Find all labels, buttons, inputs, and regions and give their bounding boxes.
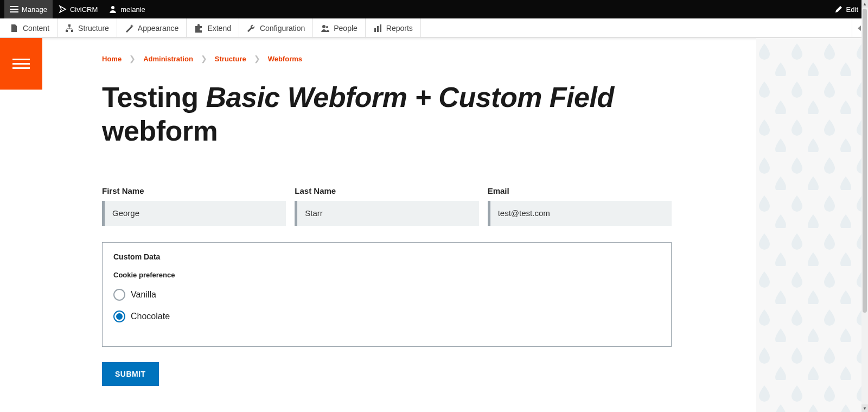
- people-icon: [321, 24, 329, 33]
- bars-icon: [373, 24, 382, 33]
- decorative-pattern: [756, 38, 861, 412]
- chevron-right-icon: ❯: [129, 54, 136, 63]
- email-label: Email: [488, 186, 672, 195]
- radio-vanilla[interactable]: Vanilla: [113, 289, 660, 301]
- hamburger-icon: [12, 56, 30, 72]
- svg-rect-7: [377, 26, 379, 32]
- title-post: webform: [102, 115, 218, 147]
- email-input[interactable]: [490, 201, 672, 226]
- edit-label: Edit: [846, 5, 858, 14]
- scroll-down-icon[interactable]: ▼: [861, 404, 868, 412]
- pencil-icon: [834, 5, 843, 14]
- user-menu[interactable]: melanie: [103, 0, 151, 18]
- chevron-right-icon: ❯: [201, 54, 207, 63]
- svg-rect-6: [374, 28, 376, 32]
- title-em: Basic Webform + Custom Field: [206, 81, 614, 113]
- puzzle-icon: [194, 24, 203, 33]
- menu-extend[interactable]: Extend: [187, 18, 239, 38]
- page-title: Testing Basic Webform + Custom Field web…: [102, 80, 644, 148]
- submit-button[interactable]: SUBMIT: [102, 362, 159, 386]
- user-label: melanie: [120, 5, 145, 14]
- menu-reports-label: Reports: [386, 24, 413, 33]
- menu-reports[interactable]: Reports: [366, 18, 421, 38]
- menu-configuration[interactable]: Configuration: [239, 18, 313, 38]
- custom-data-fieldset: Custom Data Cookie preference Vanilla Ch…: [102, 242, 672, 347]
- page-icon: [10, 24, 18, 33]
- page-content: Home ❯ Administration ❯ Structure ❯ Webf…: [42, 38, 754, 412]
- chevron-right-icon: ❯: [254, 54, 260, 63]
- last-name-input[interactable]: [297, 201, 478, 226]
- radio-icon: [113, 289, 125, 301]
- scroll-thumb[interactable]: [863, 9, 867, 313]
- vertical-scrollbar[interactable]: ▲ ▼: [861, 0, 868, 412]
- email-field: Email: [488, 186, 672, 226]
- wand-icon: [125, 24, 133, 33]
- svg-point-4: [322, 25, 326, 28]
- manage-menu[interactable]: Manage: [4, 0, 53, 18]
- admin-menu: Content Structure Appearance Extend Conf…: [0, 18, 868, 38]
- civicrm-link[interactable]: CiviCRM: [53, 0, 103, 18]
- scroll-up-icon[interactable]: ▲: [861, 0, 868, 8]
- user-icon: [108, 5, 117, 14]
- svg-rect-1: [68, 24, 71, 27]
- breadcrumb-link[interactable]: Administration: [143, 55, 193, 63]
- menu-content[interactable]: Content: [2, 18, 58, 38]
- first-name-input[interactable]: [105, 201, 286, 226]
- menu-appearance-label: Appearance: [138, 24, 179, 33]
- menu-structure[interactable]: Structure: [58, 18, 117, 38]
- menu-content-label: Content: [23, 24, 49, 33]
- wrench-icon: [247, 24, 256, 33]
- first-name-field: First Name: [102, 186, 286, 226]
- menu-people-label: People: [334, 24, 358, 33]
- svg-rect-3: [71, 30, 73, 32]
- radio-icon: [113, 310, 125, 322]
- svg-rect-8: [380, 24, 381, 32]
- svg-point-0: [111, 6, 114, 9]
- menu-configuration-label: Configuration: [260, 24, 305, 33]
- field-row: First Name Last Name Email: [102, 186, 672, 226]
- civicrm-label: CiviCRM: [70, 5, 98, 14]
- radio-chocolate-label: Chocolate: [131, 312, 170, 321]
- menu-structure-label: Structure: [78, 24, 109, 33]
- title-pre: Testing: [102, 81, 206, 113]
- radio-chocolate[interactable]: Chocolate: [113, 310, 660, 322]
- manage-label: Manage: [22, 5, 47, 14]
- breadcrumb: Home ❯ Administration ❯ Structure ❯ Webf…: [102, 54, 754, 63]
- last-name-field: Last Name: [295, 186, 478, 226]
- site-menu-toggle[interactable]: [0, 38, 42, 90]
- svg-rect-9: [756, 38, 861, 412]
- svg-rect-2: [66, 30, 68, 32]
- menu-extend-label: Extend: [207, 24, 231, 33]
- breadcrumb-link[interactable]: Home: [102, 55, 122, 63]
- breadcrumb-link[interactable]: Structure: [215, 55, 246, 63]
- cookie-preference-label: Cookie preference: [113, 271, 660, 279]
- radio-vanilla-label: Vanilla: [131, 290, 156, 300]
- sitemap-icon: [65, 24, 74, 33]
- civicrm-icon: [58, 5, 67, 14]
- first-name-label: First Name: [102, 186, 286, 195]
- webform: First Name Last Name Email Custom Data C…: [102, 186, 672, 386]
- svg-point-5: [326, 26, 328, 28]
- custom-data-legend: Custom Data: [113, 252, 660, 261]
- last-name-label: Last Name: [295, 186, 478, 195]
- menu-people[interactable]: People: [313, 18, 366, 38]
- hamburger-icon: [10, 4, 18, 14]
- edit-button[interactable]: Edit: [829, 0, 864, 18]
- menu-appearance[interactable]: Appearance: [117, 18, 187, 38]
- admin-topbar: Manage CiviCRM melanie Edit: [0, 0, 868, 18]
- breadcrumb-link[interactable]: Webforms: [268, 55, 302, 63]
